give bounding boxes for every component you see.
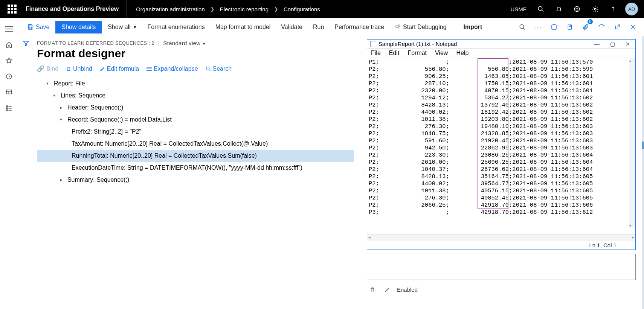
menu-edit[interactable]: Edit <box>389 50 400 56</box>
caret-icon[interactable] <box>58 114 64 125</box>
bell-icon[interactable] <box>550 0 568 18</box>
node-label: Report: File <box>54 78 85 89</box>
chevron-down-icon: ▼ <box>202 42 206 46</box>
office-icon[interactable] <box>548 21 560 33</box>
menu-help[interactable]: Help <box>456 50 469 56</box>
right-scroll-indicator[interactable] <box>642 36 644 309</box>
svg-point-5 <box>594 8 596 10</box>
caret-icon[interactable] <box>44 78 50 89</box>
separator <box>455 23 455 32</box>
workspace-icon[interactable] <box>0 84 18 100</box>
horizontal-scrollbar[interactable]: ◂▸ <box>367 235 635 241</box>
sidebar <box>0 18 18 309</box>
tree-node-runningtotal[interactable]: RunningTotal: Numeric[20..20] Real = Col… <box>37 150 354 162</box>
edit-formula-button[interactable]: Edit formula <box>100 65 139 72</box>
show-details-button[interactable]: Show details <box>55 21 102 33</box>
performance-trace-button[interactable]: Performance trace <box>330 21 389 33</box>
minimize-icon[interactable]: — <box>594 41 600 47</box>
filter-icon[interactable] <box>23 40 29 309</box>
show-all-button[interactable]: Show all ▼ <box>103 21 141 33</box>
svg-point-32 <box>206 67 209 70</box>
bind-button[interactable]: 🔗Bind <box>37 65 58 72</box>
legal-entity[interactable]: USMF <box>505 6 532 12</box>
refresh-icon[interactable] <box>595 21 608 33</box>
popout-icon[interactable] <box>611 21 624 33</box>
help-icon[interactable] <box>604 0 622 18</box>
unbind-button[interactable]: Unbind <box>66 65 92 72</box>
menu-view[interactable]: View <box>435 50 448 56</box>
svg-point-24 <box>520 24 524 29</box>
expand-label: Expand/collapse <box>154 65 198 72</box>
validate-button[interactable]: Validate <box>276 21 307 33</box>
app-launcher-button[interactable] <box>3 0 21 18</box>
search-icon[interactable] <box>532 0 550 18</box>
close-icon[interactable]: ✕ <box>626 41 630 47</box>
search-icon[interactable] <box>516 21 529 33</box>
save-button[interactable]: Save <box>23 21 54 33</box>
view-selector[interactable]: Standard view ▼ <box>163 40 206 46</box>
separator: | <box>158 40 160 46</box>
tree-node-summary[interactable]: Summary: Sequence(;) <box>37 174 354 186</box>
edit-button[interactable] <box>382 284 393 295</box>
breadcrumb-item[interactable]: Configurations <box>284 6 320 12</box>
tree-node-record[interactable]: Record: Sequence(;) = model.Data.List <box>37 114 354 126</box>
feedback-icon[interactable] <box>568 0 586 18</box>
toolbar-right: ··· 0 <box>516 21 639 33</box>
map-format-button[interactable]: Map format to model <box>211 21 275 33</box>
tree-node-header[interactable]: Header: Sequence(;) <box>37 102 354 114</box>
breadcrumb: Organization administration ❯ Electronic… <box>127 6 320 12</box>
caret-icon[interactable] <box>51 90 57 101</box>
gear-icon[interactable] <box>586 0 604 18</box>
notepad-body[interactable]: P1; ; ;2021-08-09 11:56:13:570 P2; 556.8… <box>367 58 635 235</box>
search-label: Search <box>213 65 232 72</box>
modules-icon[interactable] <box>0 100 18 116</box>
tree-node-taxamount[interactable]: TaxAmount: Numeric[20..20] Real = Collec… <box>37 138 354 150</box>
recent-icon[interactable] <box>0 68 18 84</box>
close-icon[interactable] <box>627 21 639 33</box>
pencil-icon <box>100 66 105 72</box>
unbind-label: Unbind <box>73 65 92 72</box>
tree-node-lines[interactable]: Lines: Sequence <box>37 90 354 102</box>
run-button[interactable]: Run <box>308 21 328 33</box>
vertical-scrollbar[interactable]: ▴▾ <box>629 58 635 228</box>
svg-rect-26 <box>568 25 571 29</box>
svg-point-2 <box>574 6 580 12</box>
search-button[interactable]: Search <box>206 65 232 72</box>
delete-button[interactable] <box>367 284 378 295</box>
import-button[interactable]: Import <box>459 21 487 33</box>
svg-rect-11 <box>6 90 12 94</box>
menu-file[interactable]: File <box>371 50 381 56</box>
breadcrumb-item[interactable]: Organization administration <box>136 6 205 12</box>
node-label: Lines: Sequence <box>61 90 105 101</box>
left-pane: FORMAT TO LEARN DEFERRED SEQUENCES : 2 |… <box>34 36 363 309</box>
app-title: Finance and Operations Preview <box>21 0 127 18</box>
menu-format[interactable]: Format <box>407 50 427 56</box>
node-label: TaxAmount: Numeric[20..20] Real = Collec… <box>72 138 268 149</box>
home-icon[interactable] <box>0 37 18 53</box>
attach-icon[interactable] <box>563 21 576 33</box>
caret-icon[interactable] <box>58 102 64 113</box>
breadcrumb-item[interactable]: Electronic reporting <box>220 6 269 12</box>
notepad-titlebar[interactable]: SampleReport (1).txt - Notepad — ▢ ✕ <box>367 40 635 49</box>
tree-node-report[interactable]: Report: File <box>37 78 354 90</box>
trash-icon <box>66 66 71 72</box>
svg-line-25 <box>523 28 525 30</box>
more-icon[interactable]: ··· <box>532 21 545 33</box>
expand-collapse-button[interactable]: Expand/collapse <box>147 65 198 72</box>
maximize-icon[interactable]: ▢ <box>610 41 615 47</box>
tree-node-prefix2[interactable]: Prefix2: String[2..2] = "P2" <box>37 126 354 138</box>
menu-toggle-button[interactable] <box>0 21 18 37</box>
format-enumerations-button[interactable]: Format enumerations <box>143 21 209 33</box>
attachments-count-button[interactable]: 0 <box>579 21 592 33</box>
splitter-handle[interactable]: ⋮ <box>363 36 367 309</box>
svg-point-4 <box>578 8 578 9</box>
tree-node-executiondatetime[interactable]: ExecutionDateTime: String = DATETIMEFORM… <box>37 162 354 174</box>
notepad-statusbar: Ln 1, Col 1 <box>367 241 635 250</box>
avatar[interactable]: AD <box>625 3 638 15</box>
caret-icon[interactable] <box>58 174 64 186</box>
format-tree[interactable]: Report: File Lines: Sequence Header: Seq… <box>37 78 354 186</box>
description-textarea[interactable] <box>367 254 636 280</box>
cursor-position: Ln 1, Col 1 <box>589 242 632 248</box>
favorite-icon[interactable] <box>0 53 18 68</box>
start-debugging-button[interactable]: Start Debugging <box>390 21 451 33</box>
